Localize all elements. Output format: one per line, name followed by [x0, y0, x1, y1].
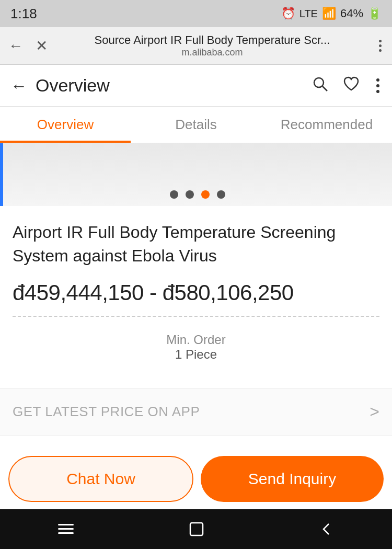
product-image-area[interactable] [0, 143, 392, 206]
tab-recommended[interactable]: Recommended [261, 107, 392, 143]
browser-page-title: Source Airport IR Full Body Temperature … [95, 33, 330, 47]
browser-bar: ← ✕ Source Airport IR Full Body Temperat… [0, 27, 392, 65]
svg-rect-5 [190, 523, 203, 535]
status-bar: 1:18 ⏰ LTE 📶 64% 🔋 [0, 0, 392, 27]
signal-icon: 📶 [322, 7, 336, 20]
price-divider [13, 316, 379, 317]
tab-overview[interactable]: Overview [0, 107, 131, 143]
product-info: Airport IR Full Body Temperature Screeni… [0, 206, 392, 378]
min-order-section: Min. Order 1 Piece [13, 327, 379, 367]
search-icon[interactable] [312, 75, 328, 96]
browser-title-area: Source Airport IR Full Body Temperature … [58, 33, 366, 58]
battery-text: 64% [340, 7, 363, 20]
product-tabs: Overview Details Recommended [0, 107, 392, 143]
dot-3-active [201, 190, 210, 199]
more-dot [379, 40, 382, 42]
browser-nav: ← ✕ [8, 37, 48, 54]
latest-price-banner[interactable]: GET LATEST PRICE ON APP > [0, 388, 392, 436]
browser-more-button[interactable] [377, 38, 384, 54]
more-dot [379, 49, 382, 52]
nav-home-icon[interactable] [188, 521, 205, 537]
nav-back-icon[interactable] [318, 521, 335, 537]
dot-1 [170, 190, 178, 199]
app-header: ← Overview [0, 65, 392, 107]
header-icons [312, 75, 382, 96]
min-order-label: Min. Order [13, 333, 379, 347]
nav-menu-icon[interactable] [57, 523, 75, 535]
network-icon: LTE [299, 8, 318, 20]
wishlist-icon[interactable] [343, 75, 360, 96]
bottom-nav [0, 509, 392, 549]
image-dots [170, 190, 225, 199]
product-price: đ459,444,150 - đ580,106,250 [13, 280, 379, 305]
chat-now-button[interactable]: Chat Now [8, 456, 193, 502]
more-options-button[interactable] [374, 76, 382, 95]
browser-url: m.alibaba.com [181, 47, 243, 58]
more-dot [379, 44, 382, 47]
send-inquiry-button[interactable]: Send Inquiry [201, 456, 384, 502]
svg-point-0 [314, 78, 324, 87]
tab-details[interactable]: Details [131, 107, 261, 143]
status-icons: ⏰ LTE 📶 64% 🔋 [281, 7, 382, 20]
browser-back-icon[interactable]: ← [8, 38, 23, 54]
svg-rect-2 [58, 524, 74, 525]
bottom-actions: Chat Now Send Inquiry [0, 449, 392, 509]
dot-4 [217, 190, 225, 199]
product-title: Airport IR Full Body Temperature Screeni… [13, 221, 379, 268]
alarm-icon: ⏰ [281, 7, 295, 20]
svg-rect-4 [58, 532, 74, 534]
back-button[interactable]: ← [10, 77, 27, 94]
svg-rect-3 [58, 528, 74, 530]
chevron-right-icon: > [370, 402, 379, 421]
page-title: Overview [36, 75, 312, 96]
min-order-value: 1 Piece [13, 347, 379, 362]
latest-price-text: GET LATEST PRICE ON APP [13, 404, 200, 420]
status-time: 1:18 [10, 6, 37, 22]
battery-icon: 🔋 [367, 7, 382, 20]
svg-line-1 [322, 86, 327, 91]
browser-close-icon[interactable]: ✕ [36, 37, 48, 54]
dot-2 [186, 190, 194, 199]
